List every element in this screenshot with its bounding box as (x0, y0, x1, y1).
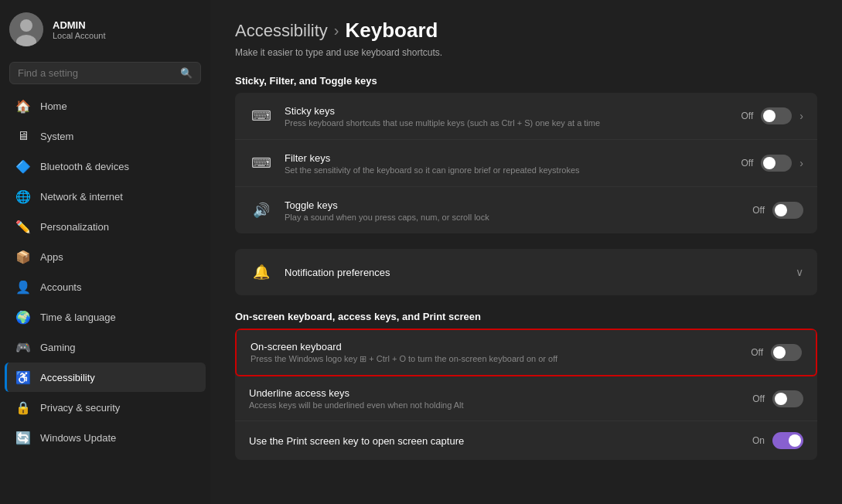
on-screen-keyboard-toggle[interactable] (771, 344, 802, 361)
sidebar-item-accessibility[interactable]: ♿ Accessibility (5, 363, 206, 392)
breadcrumb-separator: › (334, 22, 339, 39)
sidebar-item-gaming[interactable]: 🎮 Gaming (5, 332, 206, 362)
sticky-keys-text: Sticky keys Press keyboard shortcuts tha… (285, 105, 731, 128)
toggle-keys-right: Off (752, 202, 803, 219)
underline-access-keys-text: Underline access keys Access keys will b… (249, 387, 741, 410)
toggle-keys-toggle[interactable] (772, 202, 803, 219)
system-icon: 🖥 (15, 128, 31, 144)
search-icon: 🔍 (180, 67, 193, 79)
notification-text: Notification preferences (285, 267, 785, 278)
sidebar-item-system[interactable]: 🖥 System (5, 121, 206, 151)
underline-access-keys-label: Underline access keys (249, 387, 741, 399)
apps-icon: 📦 (15, 249, 31, 264)
avatar (9, 12, 43, 46)
setting-row-sticky-keys[interactable]: ⌨ Sticky keys Press keyboard shortcuts t… (235, 93, 817, 140)
on-screen-keyboard-toggle-label: Off (751, 347, 763, 358)
gaming-icon: 🎮 (15, 339, 31, 355)
sidebar-item-label-system: System (40, 131, 73, 142)
sidebar-item-home[interactable]: 🏠 Home (5, 91, 206, 121)
onscreen-keyboard-group: On-screen keyboard Press the Windows log… (235, 329, 817, 460)
sticky-keys-right: Off › (741, 107, 803, 124)
page-subtitle: Make it easier to type and use keyboard … (235, 47, 817, 58)
sidebar-item-label-time-language: Time & language (40, 312, 116, 323)
sidebar-item-label-privacy: Privacy & security (40, 402, 120, 414)
filter-keys-toggle[interactable] (761, 155, 792, 172)
setting-row-on-screen-keyboard[interactable]: On-screen keyboard Press the Windows log… (235, 329, 817, 376)
notification-row[interactable]: 🔔 Notification preferences ∨ (235, 249, 817, 295)
accessibility-icon: ♿ (15, 369, 31, 385)
filter-keys-icon: ⌨ (249, 151, 274, 175)
toggle-keys-icon: 🔊 (249, 198, 274, 223)
print-screen-label: Use the Print screen key to open screen … (249, 435, 741, 447)
print-screen-toggle-label: On (752, 435, 765, 446)
breadcrumb: Accessibility › Keyboard (235, 19, 817, 43)
network-icon: 🌐 (15, 189, 31, 204)
sidebar-item-label-accounts: Accounts (40, 281, 81, 293)
toggle-keys-toggle-label: Off (752, 205, 765, 216)
underline-access-keys-toggle-label: Off (752, 393, 765, 404)
underline-access-keys-desc: Access keys will be underlined even when… (249, 400, 741, 410)
search-input[interactable] (18, 67, 174, 79)
sidebar-item-privacy[interactable]: 🔒 Privacy & security (5, 393, 206, 422)
user-info: ADMIN Local Account (53, 19, 106, 40)
sidebar-item-label-apps: Apps (40, 251, 63, 263)
setting-row-underline-access-keys[interactable]: Underline access keys Access keys will b… (235, 376, 817, 421)
home-icon: 🏠 (15, 98, 31, 114)
sidebar-item-bluetooth[interactable]: 🔷 Bluetooth & devices (5, 152, 206, 181)
sticky-keys-icon: ⌨ (249, 104, 274, 128)
print-screen-right: On (752, 432, 803, 449)
sidebar-item-time-language[interactable]: 🌍 Time & language (5, 302, 206, 332)
privacy-icon: 🔒 (15, 400, 31, 415)
setting-row-print-screen[interactable]: Use the Print screen key to open screen … (235, 421, 817, 460)
sidebar-item-accounts[interactable]: 👤 Accounts (5, 272, 206, 301)
print-screen-text: Use the Print screen key to open screen … (249, 435, 741, 447)
sidebar-item-label-accessibility: Accessibility (40, 372, 95, 383)
sidebar-item-windows-update[interactable]: 🔄 Windows Update (5, 423, 206, 452)
sticky-keys-desc: Press keyboard shortcuts that use multip… (285, 118, 731, 128)
sidebar-item-label-windows-update: Windows Update (40, 432, 116, 444)
sticky-keys-toggle[interactable] (761, 107, 792, 124)
search-box[interactable]: 🔍 (9, 62, 201, 84)
personalization-icon: ✏️ (15, 219, 31, 234)
filter-keys-chevron: › (799, 157, 803, 169)
user-name: ADMIN (53, 19, 106, 31)
sidebar-item-label-network: Network & internet (40, 191, 123, 203)
sidebar-item-apps[interactable]: 📦 Apps (5, 242, 206, 271)
sidebar-item-label-gaming: Gaming (40, 342, 76, 353)
toggle-keys-text: Toggle keys Play a sound when you press … (285, 199, 741, 222)
on-screen-keyboard-desc: Press the Windows logo key ⊞ + Ctrl + O … (251, 354, 740, 364)
sticky-keys-chevron: › (799, 110, 803, 122)
windows-update-icon: 🔄 (15, 430, 31, 445)
filter-keys-desc: Set the sensitivity of the keyboard so i… (285, 165, 731, 175)
toggle-keys-label: Toggle keys (285, 199, 741, 211)
sidebar-item-label-home: Home (40, 100, 67, 112)
breadcrumb-parent[interactable]: Accessibility (235, 21, 328, 41)
notification-label: Notification preferences (285, 267, 785, 278)
accounts-icon: 👤 (15, 279, 31, 295)
toggle-keys-desc: Play a sound when you press caps, num, o… (285, 213, 741, 222)
sidebar-item-label-bluetooth: Bluetooth & devices (40, 161, 129, 172)
filter-keys-toggle-label: Off (741, 158, 754, 169)
notification-chevron: ∨ (796, 266, 803, 278)
sticky-filter-toggle-group: ⌨ Sticky keys Press keyboard shortcuts t… (235, 93, 817, 233)
notification-icon: 🔔 (249, 260, 274, 284)
nav-list: 🏠 Home 🖥 System 🔷 Bluetooth & devices 🌐 … (0, 90, 210, 504)
sidebar-item-label-personalization: Personalization (40, 221, 109, 233)
user-profile[interactable]: ADMIN Local Account (0, 0, 210, 59)
notification-right: ∨ (796, 266, 803, 278)
print-screen-toggle[interactable] (772, 432, 803, 449)
setting-row-toggle-keys[interactable]: 🔊 Toggle keys Play a sound when you pres… (235, 187, 817, 233)
section-title-sticky: Sticky, Filter, and Toggle keys (235, 75, 817, 87)
bluetooth-icon: 🔷 (15, 158, 31, 174)
sidebar-item-network[interactable]: 🌐 Network & internet (5, 182, 206, 211)
filter-keys-label: Filter keys (285, 152, 731, 164)
filter-keys-right: Off › (741, 155, 803, 172)
filter-keys-text: Filter keys Set the sensitivity of the k… (285, 152, 731, 175)
sticky-keys-label: Sticky keys (285, 105, 731, 117)
sidebar-item-personalization[interactable]: ✏️ Personalization (5, 212, 206, 241)
on-screen-keyboard-right: Off (751, 344, 802, 361)
main-content: Accessibility › Keyboard Make it easier … (210, 0, 842, 504)
underline-access-keys-toggle[interactable] (772, 390, 803, 407)
setting-row-filter-keys[interactable]: ⌨ Filter keys Set the sensitivity of the… (235, 140, 817, 187)
sticky-keys-toggle-label: Off (741, 111, 754, 121)
